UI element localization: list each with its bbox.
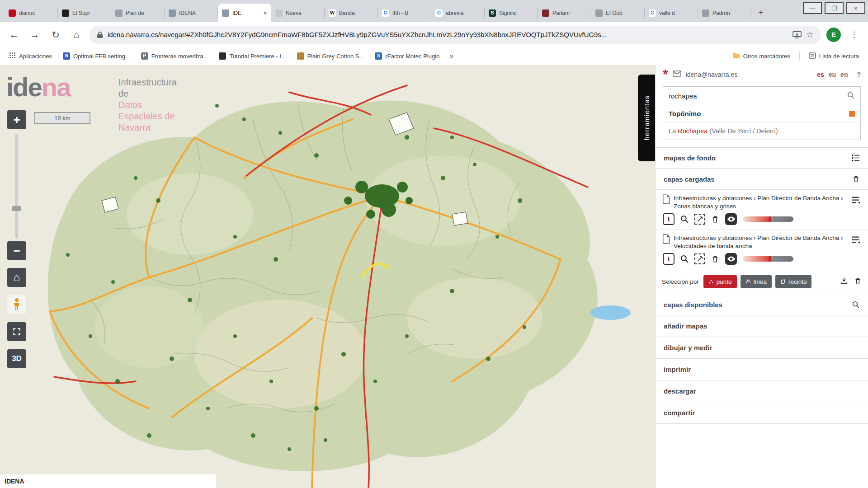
tab-favicon: [542, 9, 549, 17]
logo-subtitle-1: Infraestructura de: [118, 77, 177, 99]
new-tab-button[interactable]: +: [754, 6, 768, 19]
browser-tab[interactable]: IDE ×: [218, 4, 271, 22]
select-by-point-button[interactable]: punto: [703, 275, 737, 288]
browser-tab[interactable]: Parlam ×: [538, 4, 591, 22]
tab-label: Nueva: [286, 10, 321, 16]
layer-opacity-slider[interactable]: [743, 216, 793, 222]
forward-button[interactable]: →: [27, 27, 42, 42]
clear-selection-trash-icon[interactable]: [854, 277, 862, 286]
minimize-button[interactable]: —: [803, 2, 822, 14]
close-button[interactable]: ×: [846, 2, 865, 14]
help-button[interactable]: ?: [857, 71, 861, 78]
threed-button[interactable]: 3D: [7, 349, 26, 368]
layer-visibility-button[interactable]: [725, 213, 737, 225]
result-item[interactable]: La Rochapea (Valle De Yerri / Deierri): [663, 122, 860, 140]
bookmark-item[interactable]: N Optimal FFB setting...: [59, 51, 134, 61]
layer-delete-button[interactable]: [709, 253, 721, 265]
search-icon[interactable]: [847, 91, 855, 101]
accordion-section[interactable]: compartir: [656, 402, 868, 424]
home-button[interactable]: ⌂: [69, 27, 84, 42]
zoom-out-button[interactable]: −: [7, 241, 26, 260]
map-viewport[interactable]: idena Infraestructura de Datos Espaciale…: [0, 65, 655, 488]
section-capas-cargadas[interactable]: capas cargadas: [656, 169, 868, 190]
layer-zoom-button[interactable]: [679, 253, 690, 265]
select-by-line-button[interactable]: línea: [741, 275, 772, 288]
address-bar[interactable]: idena.navarra.es/navegar/#ZXh0fGJhc2V8Y2…: [90, 26, 821, 44]
browser-tab[interactable]: El Gob ×: [591, 4, 645, 22]
tab-close-icon[interactable]: ×: [263, 9, 267, 17]
accordion-section[interactable]: descargar: [656, 380, 868, 402]
layer-extent-button[interactable]: [694, 214, 705, 225]
reload-button[interactable]: ↻: [48, 27, 63, 42]
bookmark-item[interactable]: Tutorial Premiere - I...: [215, 51, 289, 61]
reading-list-button[interactable]: Lista de lectura: [805, 51, 863, 62]
browser-tab[interactable]: W Banda ×: [325, 4, 378, 22]
bookmark-favicon: S: [375, 52, 382, 60]
contact-email[interactable]: idena@navarra.es: [686, 71, 738, 78]
accordion-section[interactable]: imprimir: [656, 359, 868, 380]
zoom-slider[interactable]: [15, 134, 18, 239]
layer-extent-button[interactable]: [694, 253, 705, 264]
lang-es[interactable]: es: [817, 71, 824, 78]
other-bookmarks-button[interactable]: Otros marcadores: [729, 51, 794, 62]
tab-label: abrevia: [446, 10, 481, 16]
bookmarks-bar: Aplicaciones N Optimal FFB setting... P …: [0, 47, 868, 65]
layer-delete-button[interactable]: [709, 213, 721, 225]
layer-info-button[interactable]: i: [663, 253, 675, 265]
layer-visibility-button[interactable]: [725, 253, 737, 265]
layer-page-icon: [662, 194, 670, 206]
section-label: añadir mapas: [664, 322, 708, 330]
select-by-polygon-button[interactable]: recinto: [775, 275, 812, 288]
tab-label: IDE: [232, 10, 260, 16]
accordion-section[interactable]: añadir mapas: [656, 315, 868, 337]
accordion-section[interactable]: dibujar y medir: [656, 337, 868, 359]
zoom-slider-handle[interactable]: [12, 206, 21, 211]
language-switcher: es eu en: [817, 71, 848, 78]
back-button[interactable]: ←: [6, 27, 22, 42]
apps-shortcut[interactable]: Aplicaciones: [5, 50, 56, 62]
browser-tab[interactable]: G valle d ×: [645, 4, 698, 22]
layer-options-icon[interactable]: [850, 234, 862, 246]
browser-tab[interactable]: Plan de ×: [111, 4, 165, 22]
restore-button[interactable]: ❐: [825, 2, 844, 14]
chrome-menu-icon[interactable]: ⋮: [846, 27, 862, 42]
section-mapas-de-fondo[interactable]: mapas de fondo: [656, 147, 868, 169]
bookmarks-overflow-icon[interactable]: »: [447, 52, 456, 60]
bookmark-star-icon[interactable]: ☆: [806, 29, 814, 40]
browser-tab[interactable]: IDENA ×: [165, 4, 218, 22]
lang-en[interactable]: en: [840, 71, 848, 78]
layer-search-icon[interactable]: [852, 300, 860, 309]
download-selection-icon[interactable]: [840, 277, 849, 286]
section-capas-disponibles[interactable]: capas disponibles: [656, 294, 868, 315]
install-icon[interactable]: [793, 31, 802, 39]
tab-label: ffth - B: [392, 10, 427, 16]
map-home-button[interactable]: ⌂: [7, 268, 26, 287]
bookmark-item[interactable]: S rFactor Motec Plugin: [371, 51, 443, 61]
profile-avatar[interactable]: E: [826, 28, 841, 42]
browser-tab[interactable]: diarioc ×: [5, 4, 58, 22]
browser-tab[interactable]: Nueva ×: [271, 4, 325, 22]
browser-tab[interactable]: G abrevia ×: [431, 4, 485, 22]
streetview-pegman-button[interactable]: [7, 295, 26, 314]
tools-drawer-tab[interactable]: herramientas: [638, 75, 655, 161]
browser-tab[interactable]: S Signific ×: [485, 4, 538, 22]
zoom-in-button[interactable]: +: [7, 110, 26, 129]
browser-tab[interactable]: G ffth - B ×: [378, 4, 431, 22]
layer-info-button[interactable]: i: [663, 213, 675, 225]
tab-list: diarioc × El Supr × Plan de × IDENA × ID…: [5, 4, 751, 22]
lang-eu[interactable]: eu: [829, 71, 836, 78]
search-input[interactable]: [669, 92, 843, 100]
browser-tab[interactable]: Padrón ×: [698, 4, 751, 22]
tab-favicon: [62, 9, 69, 17]
clear-layers-trash-icon[interactable]: [852, 175, 860, 183]
bookmark-item[interactable]: P Fronteras movediza...: [137, 51, 212, 61]
bookmark-item[interactable]: Plain Grey Cotton S...: [293, 51, 368, 61]
browser-tab[interactable]: El Supr ×: [58, 4, 111, 22]
window-controls: — ❐ ×: [803, 2, 865, 14]
basemap-list-icon[interactable]: [851, 154, 860, 162]
layer-opacity-slider[interactable]: [743, 256, 793, 262]
bookmark-label: Plain Grey Cotton S...: [307, 53, 364, 60]
fullscreen-button[interactable]: [7, 322, 26, 341]
layer-options-icon[interactable]: [850, 194, 862, 206]
layer-zoom-button[interactable]: [679, 213, 690, 225]
